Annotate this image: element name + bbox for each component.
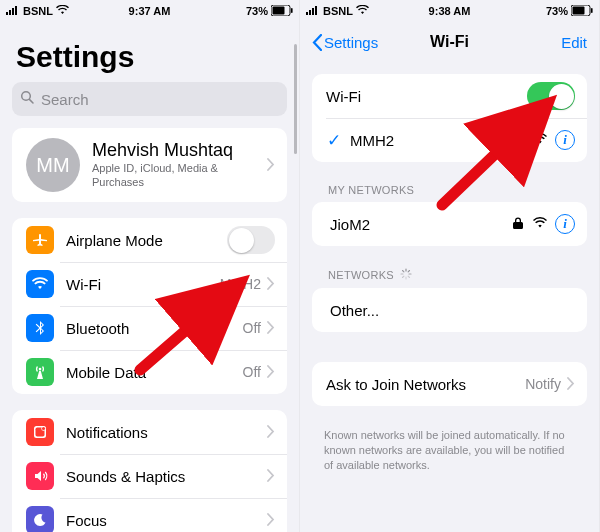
moon-icon	[26, 506, 54, 532]
cellular-bars-icon	[306, 5, 320, 17]
search-placeholder: Search	[41, 91, 89, 108]
svg-point-13	[42, 427, 45, 430]
ask-to-join-group: Ask to Join Networks Notify	[312, 362, 587, 406]
wifi-toggle[interactable]	[527, 82, 575, 110]
wifi-toggle-row: Wi-Fi	[312, 74, 587, 118]
status-bar: BSNL 9:38 AM 73%	[300, 0, 599, 22]
network-name: MMH2	[350, 132, 511, 149]
profile-card[interactable]: MM Mehvish Mushtaq Apple ID, iCloud, Med…	[12, 128, 287, 202]
wifi-main-group: Wi-Fi ✓ MMH2 i	[312, 74, 587, 162]
row-label: Bluetooth	[66, 320, 243, 337]
sounds-row[interactable]: Sounds & Haptics	[12, 454, 287, 498]
row-label: Ask to Join Networks	[326, 376, 525, 393]
footer-note: Known networks will be joined automatica…	[300, 422, 599, 473]
wifi-status-icon	[56, 5, 69, 17]
row-value: Notify	[525, 376, 561, 392]
saved-network-row[interactable]: JioM2 i	[312, 202, 587, 246]
notifications-row[interactable]: Notifications	[12, 410, 287, 454]
row-label: Focus	[66, 512, 267, 529]
row-label: Airplane Mode	[66, 232, 227, 249]
chevron-right-icon	[267, 320, 275, 337]
row-label: Wi-Fi	[66, 276, 220, 293]
checkmark-icon: ✓	[326, 130, 342, 151]
row-label: Notifications	[66, 424, 267, 441]
connected-network-row[interactable]: ✓ MMH2 i	[312, 118, 587, 162]
lock-icon	[511, 216, 525, 233]
info-button[interactable]: i	[555, 130, 575, 150]
networks-group: Other...	[312, 288, 587, 332]
battery-pct: 73%	[546, 5, 568, 17]
chevron-right-icon	[567, 376, 575, 393]
nav-bar: Settings Wi-Fi Edit	[300, 22, 599, 62]
chevron-right-icon	[267, 468, 275, 485]
svg-line-27	[402, 276, 403, 277]
wifi-settings-screen: BSNL 9:38 AM 73% Settings Wi-Fi Edit Wi-…	[300, 0, 600, 532]
spinner-icon	[400, 268, 412, 282]
row-value: Off	[243, 364, 261, 380]
scroll-indicator	[294, 44, 297, 154]
page-title: Settings	[0, 22, 299, 82]
svg-line-26	[408, 276, 409, 277]
search-icon	[20, 90, 35, 108]
wifi-signal-icon	[533, 132, 547, 149]
row-label: Sounds & Haptics	[66, 468, 267, 485]
network-name: JioM2	[326, 216, 511, 233]
settings-root-screen: BSNL 9:37 AM 73% Settings Search MM Mehv…	[0, 0, 300, 532]
svg-rect-19	[573, 6, 585, 14]
svg-line-28	[408, 271, 409, 272]
svg-rect-17	[315, 6, 317, 15]
svg-rect-1	[9, 10, 11, 15]
antenna-icon	[26, 358, 54, 386]
airplane-mode-row[interactable]: Airplane Mode	[12, 218, 287, 262]
row-label: Other...	[326, 302, 575, 319]
wifi-icon	[26, 270, 54, 298]
profile-sub: Apple ID, iCloud, Media & Purchases	[92, 162, 267, 190]
wifi-row[interactable]: Wi-Fi MMH2	[12, 262, 287, 306]
section-header-label: NETWORKS	[328, 269, 394, 281]
chevron-right-icon	[267, 276, 275, 293]
other-network-row[interactable]: Other...	[312, 288, 587, 332]
edit-button[interactable]: Edit	[561, 34, 587, 51]
chevron-right-icon	[267, 157, 275, 174]
svg-rect-14	[306, 12, 308, 15]
battery-icon	[271, 5, 293, 18]
svg-rect-0	[6, 12, 8, 15]
lock-icon	[511, 132, 525, 149]
section-header-networks: NETWORKS	[300, 268, 599, 288]
connectivity-group: Airplane Mode Wi-Fi MMH2 Bluetooth Off M…	[12, 218, 287, 394]
section-header-my-networks: MY NETWORKS	[300, 184, 599, 202]
bluetooth-row[interactable]: Bluetooth Off	[12, 306, 287, 350]
row-value: MMH2	[220, 276, 261, 292]
chevron-right-icon	[267, 424, 275, 441]
svg-rect-20	[591, 8, 593, 13]
row-label: Mobile Data	[66, 364, 243, 381]
battery-icon	[571, 5, 593, 18]
clock: 9:38 AM	[429, 5, 471, 17]
svg-rect-2	[12, 8, 14, 15]
avatar: MM	[26, 138, 80, 192]
search-input[interactable]: Search	[12, 82, 287, 116]
alerts-group: Notifications Sounds & Haptics Focus	[12, 410, 287, 532]
status-bar: BSNL 9:37 AM 73%	[0, 0, 299, 22]
back-button[interactable]: Settings	[312, 34, 378, 51]
svg-rect-5	[273, 6, 285, 14]
svg-line-8	[29, 99, 33, 103]
nav-title: Wi-Fi	[430, 33, 469, 51]
row-value: Off	[243, 320, 261, 336]
svg-rect-3	[15, 6, 17, 15]
profile-name: Mehvish Mushtaq	[92, 140, 267, 162]
airplane-icon	[26, 226, 54, 254]
clock: 9:37 AM	[129, 5, 171, 17]
focus-row[interactable]: Focus	[12, 498, 287, 532]
svg-point-9	[39, 368, 42, 371]
back-label: Settings	[324, 34, 378, 51]
info-button[interactable]: i	[555, 214, 575, 234]
carrier-label: BSNL	[23, 5, 53, 17]
svg-rect-6	[291, 8, 293, 13]
airplane-toggle[interactable]	[227, 226, 275, 254]
chevron-right-icon	[267, 364, 275, 381]
bell-icon	[26, 418, 54, 446]
mobile-data-row[interactable]: Mobile Data Off	[12, 350, 287, 394]
my-networks-group: JioM2 i	[312, 202, 587, 246]
ask-to-join-row[interactable]: Ask to Join Networks Notify	[312, 362, 587, 406]
